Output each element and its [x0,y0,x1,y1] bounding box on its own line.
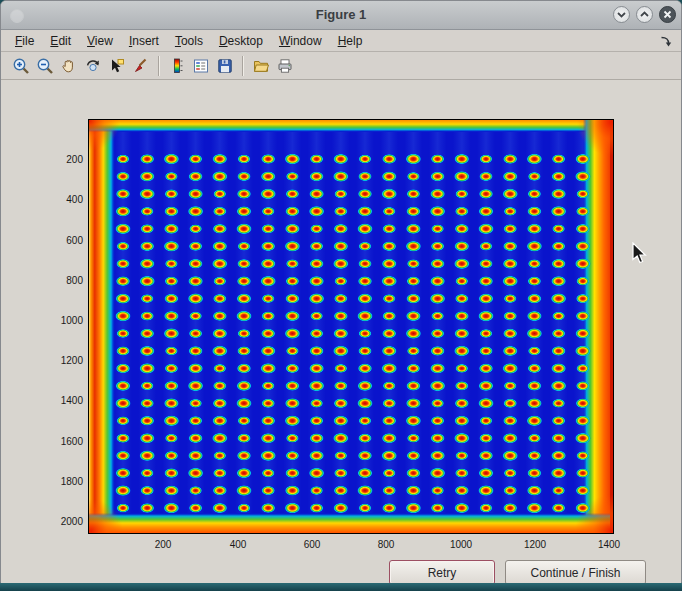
menu-insert[interactable]: Insert [121,31,167,51]
pan-hand-icon [60,57,78,75]
minimize-button[interactable] [613,6,630,23]
print-icon [276,57,294,75]
data-cursor-button[interactable] [105,54,129,78]
save-button[interactable] [213,54,237,78]
brush-button[interactable] [129,54,153,78]
pan-button[interactable] [57,54,81,78]
x-tick-label: 800 [364,539,408,550]
x-tick-label: 1000 [439,539,483,550]
menu-edit[interactable]: Edit [42,31,79,51]
x-tick-label: 200 [141,539,185,550]
y-tick-label: 1200 [37,355,83,366]
insert-colorbar-button[interactable] [165,54,189,78]
rotate-3d-icon [84,57,102,75]
maximize-button[interactable] [636,6,653,23]
toolbar-separator [158,56,160,76]
menu-help[interactable]: Help [330,31,371,51]
desktop-background [0,583,682,591]
figure-canvas-area: 200 400 600 800 1000 1200 1400 1600 1800… [1,80,681,585]
close-button[interactable] [659,6,676,23]
colorbar-icon [168,57,186,75]
chevron-down-icon [616,9,627,20]
zoom-in-icon [12,57,30,75]
menu-file[interactable]: File [7,31,42,51]
x-tick-label: 1400 [587,539,631,550]
zoom-out-icon [36,57,54,75]
open-file-button[interactable] [249,54,273,78]
x-tick-label: 400 [216,539,260,550]
y-tick-label: 1600 [37,436,83,447]
menubar: File Edit View Insert Tools Desktop Wind… [1,30,681,52]
menu-window[interactable]: Window [271,31,330,51]
toolbar-separator [242,56,244,76]
zoom-out-button[interactable] [33,54,57,78]
y-tick-label: 800 [37,275,83,286]
save-icon [216,57,234,75]
y-tick-label: 600 [37,235,83,246]
continue-finish-button[interactable]: Continue / Finish [505,560,646,585]
dock-arrow-icon [658,34,672,48]
rotate-3d-button[interactable] [81,54,105,78]
open-folder-icon [252,57,270,75]
zoom-in-button[interactable] [9,54,33,78]
chevron-up-icon [639,9,650,20]
menu-tools[interactable]: Tools [167,31,211,51]
x-tick-label: 1200 [513,539,557,550]
screen: Figure 1 File Edit View Insert Tools Des… [0,0,682,591]
data-cursor-icon [108,57,126,75]
y-tick-label: 1400 [37,395,83,406]
y-tick-label: 1000 [37,315,83,326]
y-tick-label: 400 [37,194,83,205]
dock-figure-button[interactable] [658,34,672,48]
y-tick-label: 1800 [37,476,83,487]
figure-window: Figure 1 File Edit View Insert Tools Des… [0,0,682,583]
menu-view[interactable]: View [79,31,121,51]
retry-button[interactable]: Retry [389,560,495,585]
y-tick-label: 2000 [37,516,83,527]
x-tick-label: 600 [290,539,334,550]
mouse-cursor [632,242,650,266]
window-title: Figure 1 [1,7,681,22]
print-button[interactable] [273,54,297,78]
window-controls [613,6,676,23]
titlebar[interactable]: Figure 1 [1,1,681,30]
plot-axes[interactable] [88,119,614,534]
menu-desktop[interactable]: Desktop [211,31,271,51]
brush-icon [132,57,150,75]
toolbar [1,52,681,80]
y-tick-label: 200 [37,154,83,165]
legend-icon [192,57,210,75]
heatmap-canvas[interactable] [89,120,613,533]
close-icon [662,9,673,20]
insert-legend-button[interactable] [189,54,213,78]
